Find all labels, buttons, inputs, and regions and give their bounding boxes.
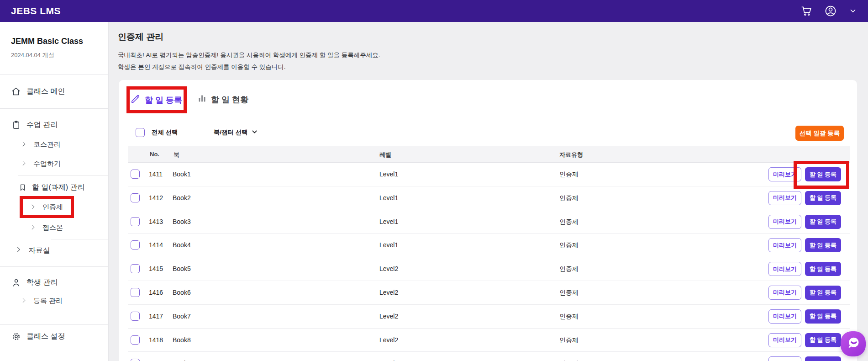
topbar: JEBS LMS — [0, 0, 868, 22]
select-all-checkbox[interactable] — [136, 128, 145, 137]
row-checkbox[interactable] — [131, 217, 140, 226]
cell-no: 1416 — [149, 289, 163, 296]
row-checkbox[interactable] — [131, 264, 140, 273]
class-created-date: 2024.04.04 개설 — [11, 51, 54, 59]
preview-button[interactable]: 미리보기 — [768, 191, 801, 205]
row-checkbox[interactable] — [131, 193, 140, 202]
cart-icon[interactable] — [800, 5, 812, 17]
cell-level: Level2 — [379, 265, 398, 272]
row-checkbox[interactable] — [131, 170, 140, 179]
table-row: 1412 Book2 Level1 인증제 미리보기 할 일 등록 — [128, 186, 850, 210]
tab-label: 할 일 현황 — [211, 94, 248, 105]
books-table: No. 북 레벨 자료유형 1411 Book1 Level1 인증제 미리보기… — [128, 146, 850, 361]
row-checkbox[interactable] — [131, 335, 140, 345]
cell-type: 인증제 — [559, 336, 579, 345]
cell-type: 인증제 — [559, 289, 579, 297]
cell-level: Level1 — [379, 218, 398, 225]
register-button[interactable]: 할 일 등록 — [805, 238, 841, 252]
cell-level: Level2 — [379, 313, 398, 320]
register-button[interactable]: 할 일 등록 — [805, 309, 841, 324]
cell-book: Book4 — [173, 241, 191, 249]
sidebar-item-jebson[interactable]: 젭스온 — [30, 221, 63, 234]
annotation-box-register-tab — [126, 86, 187, 113]
chevron-down-icon — [251, 128, 258, 137]
table-row: 1413 Book3 Level1 인증제 미리보기 할 일 등록 — [128, 210, 850, 234]
column-header-level: 레벨 — [379, 151, 391, 159]
preview-button[interactable]: 미리보기 — [768, 262, 801, 276]
chat-bubble-icon — [846, 335, 861, 353]
sidebar-item-course-mgmt[interactable]: 코스관리 — [21, 138, 61, 151]
content-card: 할 일 등록 할 일 현황 전체 선택 북/챕터 선택 선택 일괄 등록 No.… — [119, 80, 857, 361]
preview-button[interactable]: 미리보기 — [768, 333, 801, 347]
sidebar-item-library[interactable]: 자료실 — [16, 244, 50, 257]
cell-level: Level1 — [379, 194, 398, 202]
cell-no: 1412 — [149, 194, 163, 202]
cell-book: Book5 — [173, 265, 191, 272]
sidebar-item-class-main[interactable]: 클래스 메인 — [11, 85, 65, 98]
cell-book: Book6 — [173, 289, 191, 296]
sidebar: JEMM Basic Class 2024.04.04 개설 클래스 메인 수업… — [0, 22, 109, 361]
sidebar-item-label: 수업하기 — [33, 159, 61, 168]
table-controls: 전체 선택 북/챕터 선택 — [136, 128, 258, 137]
page-title: 인증제 관리 — [118, 31, 163, 43]
sidebar-item-enroll-mgmt[interactable]: 등록 관리 — [21, 294, 63, 307]
preview-button[interactable]: 미리보기 — [768, 286, 801, 300]
page-description-line2: 학생은 본인 계정으로 접속하여 인증제를 이용할 수 있습니다. — [118, 61, 380, 73]
row-checkbox[interactable] — [131, 312, 140, 321]
tab-todo-status[interactable]: 할 일 현황 — [197, 94, 248, 106]
divider — [0, 74, 108, 75]
person-icon — [11, 278, 21, 287]
bulk-register-button[interactable]: 선택 일괄 등록 — [795, 126, 844, 141]
user-icon[interactable] — [824, 5, 837, 17]
cell-no: 1411 — [149, 170, 163, 178]
cell-no: 1415 — [149, 265, 163, 272]
register-button[interactable]: 할 일 등록 — [805, 191, 841, 205]
chevron-right-icon — [21, 141, 27, 149]
row-checkbox[interactable] — [131, 288, 140, 297]
row-checkbox[interactable] — [131, 240, 140, 250]
book-chapter-select[interactable]: 북/챕터 선택 — [214, 128, 258, 137]
register-button[interactable]: 할 일 등록 — [805, 286, 841, 300]
sidebar-item-label: 할 일(과제) 관리 — [32, 183, 85, 192]
register-button[interactable]: 할 일 등록 — [805, 333, 841, 347]
register-button[interactable]: 할 일 등록 — [805, 356, 841, 361]
cell-type: 인증제 — [559, 170, 579, 179]
select-all-label: 전체 선택 — [152, 128, 178, 137]
sidebar-item-teach[interactable]: 수업하기 — [21, 157, 61, 170]
sidebar-item-todo-mgmt[interactable]: 할 일(과제) 관리 — [18, 180, 85, 194]
register-button[interactable]: 할 일 등록 — [805, 215, 841, 229]
cell-type: 인증제 — [559, 265, 579, 273]
row-checkbox[interactable] — [131, 359, 140, 361]
table-row: 1416 Book6 Level2 인증제 미리보기 할 일 등록 — [128, 281, 850, 305]
sidebar-item-class-settings[interactable]: 클래스 설정 — [11, 329, 65, 343]
divider — [0, 108, 108, 109]
divider — [51, 239, 108, 239]
gear-icon — [11, 332, 21, 341]
sidebar-item-label: 학생 관리 — [26, 278, 58, 287]
clipboard-icon — [11, 120, 21, 130]
chevron-right-icon — [30, 224, 36, 232]
preview-button[interactable]: 미리보기 — [768, 238, 801, 252]
book-chapter-select-label: 북/챕터 선택 — [214, 128, 248, 137]
cell-book: Book8 — [173, 336, 191, 344]
preview-button[interactable]: 미리보기 — [768, 309, 801, 324]
sidebar-item-student-mgmt[interactable]: 학생 관리 — [11, 276, 58, 289]
table-row: 1415 Book5 Level2 인증제 미리보기 할 일 등록 — [128, 257, 850, 281]
bookmark-icon — [18, 184, 26, 191]
register-button[interactable]: 할 일 등록 — [805, 262, 841, 276]
preview-button[interactable]: 미리보기 — [768, 356, 801, 361]
cell-no: 1418 — [149, 336, 163, 344]
cell-no: 1413 — [149, 218, 163, 225]
chevron-down-icon[interactable] — [849, 7, 857, 15]
home-icon — [11, 86, 21, 96]
annotation-box-row-register-button — [794, 161, 849, 189]
cell-no: 1414 — [149, 241, 163, 249]
cell-type: 인증제 — [559, 218, 579, 226]
sidebar-item-lesson-mgmt[interactable]: 수업 관리 — [11, 118, 58, 132]
cell-level: Level1 — [379, 170, 398, 178]
table-row: 1411 Book1 Level1 인증제 미리보기 할 일 등록 — [128, 163, 850, 186]
app-logo: JEBS LMS — [11, 5, 61, 16]
chat-widget-button[interactable] — [841, 331, 866, 356]
preview-button[interactable]: 미리보기 — [768, 215, 801, 229]
cell-level: Level2 — [379, 289, 398, 296]
